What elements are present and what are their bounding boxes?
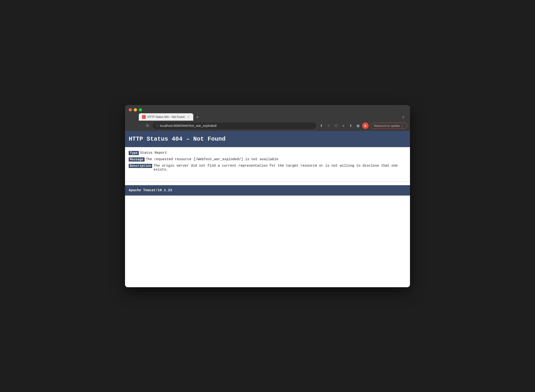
url-bar[interactable]: ⓘ localhost:8080/WebTest_war_exploded/ xyxy=(153,122,316,129)
tab-search-icon[interactable]: ≡ xyxy=(340,122,347,129)
tab-close-button[interactable]: × xyxy=(186,115,190,119)
page-header: HTTP Status 404 – Not Found xyxy=(125,131,410,147)
tab-expand-button[interactable]: ∨ xyxy=(402,115,406,121)
relaunch-button[interactable]: Relaunch to update ⋮ xyxy=(371,123,407,129)
relaunch-more-icon: ⋮ xyxy=(401,124,404,127)
tab-title: HTTP Status 404 – Not Found xyxy=(148,115,184,119)
bookmark-icon[interactable]: ☆ xyxy=(325,122,332,129)
browser-window: ! HTTP Status 404 – Not Found × + ∨ ← → … xyxy=(125,105,410,287)
url-security-icon: ⓘ xyxy=(156,124,159,128)
page-content: HTTP Status 404 – Not Found Type Status … xyxy=(125,131,410,287)
browser-bottom xyxy=(125,196,410,209)
type-value: Status Report xyxy=(140,151,167,155)
page-divider xyxy=(125,181,410,182)
extensions-icon[interactable]: ⬡ xyxy=(333,122,339,129)
message-row: Message The requested resource [/WebTest… xyxy=(129,157,406,162)
page-body: Type Status Report Message The requested… xyxy=(125,147,410,178)
message-value: The requested resource [/WebTest_war_exp… xyxy=(146,157,278,161)
maximize-window-button[interactable] xyxy=(139,108,142,112)
back-button[interactable]: ← xyxy=(128,122,134,129)
tab-favicon: ! xyxy=(142,115,146,119)
page-title: HTTP Status 404 – Not Found xyxy=(129,135,406,142)
profile-avatar[interactable]: E xyxy=(362,122,369,129)
download-icon[interactable]: ⬇ xyxy=(347,122,354,129)
footer-text: Apache Tomcat/10.1.23 xyxy=(129,188,406,192)
new-tab-button[interactable]: + xyxy=(194,114,201,121)
address-bar: ← → ↻ ⓘ localhost:8080/WebTest_war_explo… xyxy=(125,121,410,131)
type-label: Type xyxy=(129,151,139,155)
message-label: Message xyxy=(129,157,145,162)
tabs-row: ! HTTP Status 404 – Not Found × + ∨ xyxy=(125,112,410,121)
description-label: Description xyxy=(129,164,152,168)
url-text: localhost:8080/WebTest_war_exploded/ xyxy=(160,124,217,127)
relaunch-button-label: Relaunch to update xyxy=(374,124,400,127)
share-icon[interactable]: ⬆ xyxy=(318,122,324,129)
close-window-button[interactable] xyxy=(129,108,132,112)
title-bar: ! HTTP Status 404 – Not Found × + ∨ xyxy=(125,105,410,121)
page-footer: Apache Tomcat/10.1.23 xyxy=(125,185,410,196)
active-tab[interactable]: ! HTTP Status 404 – Not Found × xyxy=(139,113,193,121)
split-screen-icon[interactable]: ▣ xyxy=(355,122,361,129)
description-row: Description The origin server did not fi… xyxy=(129,164,406,172)
minimize-window-button[interactable] xyxy=(134,108,137,112)
reload-button[interactable]: ↻ xyxy=(144,122,151,129)
type-row: Type Status Report xyxy=(129,151,406,155)
toolbar-icons: ⬆ ☆ ⬡ ≡ ⬇ ▣ E xyxy=(318,122,369,129)
description-value: The origin server did not find a current… xyxy=(154,164,406,172)
traffic-lights xyxy=(125,105,410,112)
forward-button[interactable]: → xyxy=(136,122,142,129)
